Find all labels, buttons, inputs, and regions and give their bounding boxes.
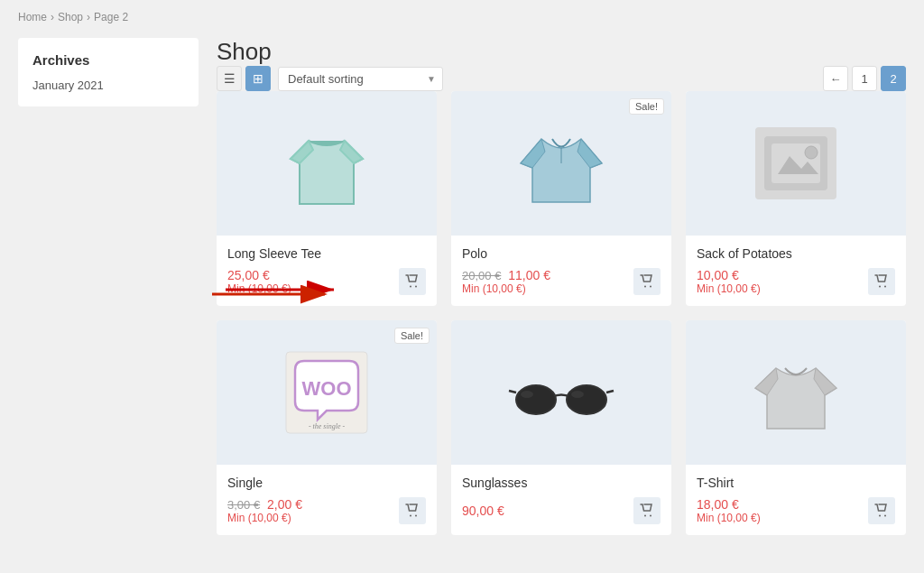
cart-icon-sunglasses <box>640 504 654 518</box>
list-view-button[interactable]: ☰ <box>217 66 242 91</box>
product-image-wrapper-single: Sale! WOO - the single - <box>217 320 437 465</box>
breadcrumb-shop[interactable]: Shop <box>58 11 83 23</box>
svg-point-3 <box>415 286 417 288</box>
content: Shop ☰ ⊞ Default sorting Sort by popular… <box>217 38 906 535</box>
product-info-potatoes: Sack of Potatoes 10,00 € Min (10,00 €) <box>686 236 906 306</box>
cart-icon-polo <box>640 274 654 289</box>
shop-title: Shop <box>217 38 906 66</box>
svg-line-20 <box>606 391 614 393</box>
product-image-wrapper-sunglasses <box>451 320 671 465</box>
svg-point-16 <box>415 515 417 517</box>
svg-point-21 <box>521 391 533 398</box>
add-to-cart-button-polo[interactable] <box>633 268 661 295</box>
svg-point-15 <box>410 515 411 517</box>
add-to-cart-button-sunglasses[interactable] <box>633 497 661 524</box>
tshirt-price: 18,00 € <box>697 497 761 512</box>
add-to-cart-button-potatoes[interactable] <box>868 268 895 295</box>
product-image-wrapper-tshirt <box>686 320 906 465</box>
product-card-sunglasses: Sunglasses 90,00 € <box>451 320 671 535</box>
potatoes-price-min: Min (10,00 €) <box>697 282 761 295</box>
pagination: ← 1 2 <box>823 66 906 91</box>
prev-page-button[interactable]: ← <box>823 66 848 91</box>
single-price-old: 3,00 € <box>227 498 260 512</box>
polo-price-old: 20,00 € <box>462 269 501 282</box>
product-info: Long Sleeve Tee 25,00 € Min (10,00 €) <box>217 236 437 306</box>
price-block: 25,00 € Min (10,00 €) <box>227 268 291 295</box>
tshirt-image <box>742 334 850 451</box>
svg-point-5 <box>644 286 646 288</box>
add-to-cart-button-single[interactable] <box>399 497 426 524</box>
sort-wrapper: Default sorting Sort by popularity Sort … <box>278 67 443 91</box>
potatoes-price: 10,00 € <box>697 268 761 282</box>
sidebar-link-january-2021[interactable]: January 2021 <box>32 79 184 92</box>
product-card-single: Sale! WOO - the single - <box>217 320 437 535</box>
sunglasses-image <box>507 334 615 451</box>
products-section: Long Sleeve Tee 25,00 € Min (10,00 €) <box>217 91 906 535</box>
breadcrumb-current: Page 2 <box>94 11 128 23</box>
product-info-tshirt: T-Shirt 18,00 € Min (10,00 €) <box>686 465 906 535</box>
svg-point-24 <box>650 515 651 517</box>
product-card-sack-of-potatoes: Sack of Potatoes 10,00 € Min (10,00 €) <box>686 91 906 306</box>
sunglasses-price: 90,00 € <box>462 504 504 518</box>
main-layout: Archives January 2021 Shop ☰ ⊞ <box>18 38 906 535</box>
product-pricing-potatoes: 10,00 € Min (10,00 €) <box>697 268 895 295</box>
view-controls: ☰ ⊞ <box>217 66 271 91</box>
sale-badge-single: Sale! <box>394 328 430 344</box>
product-pricing-single: 3,00 € 2,00 € Min (10,00 €) <box>227 497 426 524</box>
page-1-button[interactable]: 1 <box>852 66 877 91</box>
long-sleeve-tee-image <box>273 105 381 222</box>
shop-header: Shop ☰ ⊞ Default sorting Sort by popular… <box>217 38 906 91</box>
svg-point-17 <box>516 385 556 414</box>
product-info-single: Single 3,00 € 2,00 € Min (10,00 €) <box>217 465 437 535</box>
price-block-tshirt: 18,00 € Min (10,00 €) <box>697 497 761 524</box>
svg-text:WOO: WOO <box>302 377 352 400</box>
single-image: WOO - the single - <box>273 334 381 451</box>
add-to-cart-button-tshirt[interactable] <box>868 497 895 524</box>
polo-price-line: 20,00 € 11,00 € <box>462 268 550 282</box>
svg-point-6 <box>650 286 651 288</box>
svg-point-26 <box>884 515 886 517</box>
product-image-wrapper-potatoes <box>686 91 906 236</box>
shop-controls: ☰ ⊞ Default sorting Sort by popularity S… <box>217 66 906 91</box>
placeholder-icon <box>764 136 827 190</box>
products-grid: Long Sleeve Tee 25,00 € Min (10,00 €) <box>217 91 906 535</box>
svg-point-18 <box>567 385 606 414</box>
product-name-single: Single <box>227 476 426 490</box>
svg-point-2 <box>410 286 411 288</box>
product-pricing-tshirt: 18,00 € Min (10,00 €) <box>697 497 895 524</box>
price-block-polo: 20,00 € 11,00 € Min (10,00 €) <box>462 268 550 295</box>
sort-select[interactable]: Default sorting Sort by popularity Sort … <box>278 67 443 91</box>
svg-point-25 <box>879 515 881 517</box>
product-price: 25,00 € <box>227 268 291 282</box>
svg-point-9 <box>805 146 818 159</box>
svg-point-11 <box>884 286 886 288</box>
svg-point-22 <box>571 391 584 398</box>
add-to-cart-button[interactable] <box>399 268 426 295</box>
product-pricing-sunglasses: 90,00 € <box>462 497 661 524</box>
single-price-line: 3,00 € 2,00 € <box>227 497 302 512</box>
product-price-min: Min (10,00 €) <box>227 282 291 295</box>
svg-text:- the single -: - the single - <box>309 422 346 430</box>
polo-price-sale: 11,00 € <box>508 268 550 282</box>
cart-icon-single <box>405 504 420 518</box>
product-name-potatoes: Sack of Potatoes <box>697 246 895 261</box>
product-card-polo: Sale! <box>451 91 671 306</box>
breadcrumb-home[interactable]: Home <box>18 11 47 23</box>
page-wrapper: Home › Shop › Page 2 Archives January 20… <box>0 0 924 562</box>
svg-point-10 <box>879 286 881 288</box>
single-price-min: Min (10,00 €) <box>227 512 302 524</box>
product-name: Long Sleeve Tee <box>227 246 426 261</box>
product-image-wrapper-polo: Sale! <box>451 91 671 236</box>
page-2-button[interactable]: 2 <box>881 66 906 91</box>
product-pricing: 25,00 € Min (10,00 €) <box>227 268 426 295</box>
product-pricing-polo: 20,00 € 11,00 € Min (10,00 €) <box>462 268 661 295</box>
polo-image <box>507 105 615 222</box>
product-card-long-sleeve-tee: Long Sleeve Tee 25,00 € Min (10,00 €) <box>217 91 437 306</box>
grid-view-button[interactable]: ⊞ <box>245 66 271 91</box>
product-image-wrapper <box>217 91 437 236</box>
sidebar-card: Archives January 2021 <box>18 38 199 106</box>
cart-icon <box>405 274 420 289</box>
cart-icon-tshirt <box>874 504 889 518</box>
cart-icon-potatoes <box>874 274 889 289</box>
tshirt-price-min: Min (10,00 €) <box>697 512 761 524</box>
